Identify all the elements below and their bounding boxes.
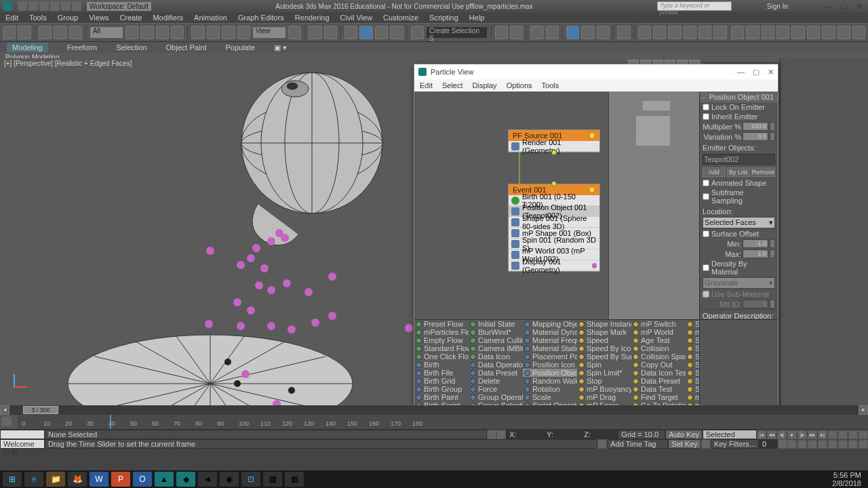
ribbon-tab-object-paint[interactable]: Object Paint (166, 43, 207, 52)
menu-views[interactable]: Views (89, 14, 108, 22)
menu-modifiers[interactable]: Modifiers (153, 14, 183, 22)
variation-spinner[interactable]: 0.0 (743, 132, 768, 141)
ref-coord[interactable]: View (252, 26, 286, 39)
time-slider-right[interactable]: ▸ (859, 405, 868, 415)
depot-item[interactable]: Birth Grid (414, 377, 469, 385)
render-prod-button[interactable] (684, 26, 696, 39)
next-frame-button[interactable]: ▸▸ (808, 430, 817, 439)
time-slider-left[interactable]: ◂ (0, 405, 9, 415)
density-checkbox[interactable] (703, 264, 709, 271)
depot-item[interactable]: BlurWind* (469, 328, 523, 336)
remove-button[interactable]: Remove (751, 167, 776, 177)
cmd-panel-util-button[interactable] (807, 26, 820, 39)
pv-menu-options[interactable]: Options (507, 81, 532, 89)
key-icon[interactable] (496, 430, 506, 439)
start-button[interactable]: ⊞ (3, 472, 22, 487)
bind-button[interactable] (69, 26, 82, 39)
prev-frame-button[interactable]: ◂◂ (767, 430, 776, 439)
undo-button[interactable] (3, 26, 16, 39)
cmd-panel-9-button[interactable] (852, 26, 865, 39)
inherit-emitter-checkbox[interactable] (703, 113, 709, 120)
depot-item[interactable]: Spin Limit* (577, 369, 631, 377)
depot-item[interactable]: Copy Out (631, 361, 686, 369)
depot-item[interactable]: Scale (523, 393, 577, 401)
vnav-6[interactable] (838, 440, 848, 449)
depot-item[interactable]: Material Static (523, 344, 577, 352)
depot-item[interactable]: Birth Group (414, 385, 469, 393)
cmd-panel-8-button[interactable] (837, 26, 850, 39)
depot-item[interactable]: Speed (577, 336, 631, 344)
qat-new-icon[interactable] (18, 1, 27, 11)
depot-item[interactable]: mP World (631, 328, 686, 336)
depot-item[interactable]: Spli (686, 352, 699, 361)
depot-item[interactable]: Data Preset (631, 377, 686, 385)
exchange-icon[interactable] (797, 1, 807, 11)
depot-item[interactable]: Spli (686, 344, 699, 352)
cmd-panel-create-button[interactable] (731, 26, 744, 39)
time-slider-handle[interactable]: 3 / 300 (23, 406, 58, 414)
task-app1[interactable]: ◄ (198, 472, 217, 487)
depot-item[interactable]: Spli (686, 385, 699, 393)
depot-item[interactable]: Camera IMBlur (469, 344, 523, 352)
depot-item[interactable]: Collision Spawn (631, 352, 686, 361)
max-spinner[interactable]: 1.0 (743, 249, 768, 258)
depot-item[interactable]: mP (686, 393, 699, 401)
pivot-button[interactable] (288, 26, 301, 39)
task-app3[interactable]: ⊡ (241, 472, 260, 487)
output-port[interactable] (551, 150, 557, 155)
depot-item[interactable]: Collision (631, 344, 686, 352)
ribbon-tab-freeform[interactable]: Freeform (67, 43, 98, 52)
setkey-button[interactable]: Set Key (668, 439, 701, 449)
mirror-button[interactable] (495, 26, 508, 39)
layers1-button[interactable] (530, 26, 543, 39)
percent-snap-button[interactable] (375, 26, 388, 39)
task-app2[interactable]: ◉ (220, 472, 239, 487)
ribbon-toggle-button[interactable] (566, 26, 579, 39)
link-button[interactable] (39, 26, 52, 39)
app-icon[interactable] (3, 1, 12, 11)
key-filter-select[interactable]: Selected (703, 430, 757, 439)
bylist-button[interactable]: By List (727, 167, 750, 177)
depot-item[interactable]: One Click Flow (414, 352, 469, 361)
pv-node-source[interactable]: PF Source 001 Render 001 (Geometry) (508, 129, 600, 152)
maximize-button[interactable]: ▢ (840, 2, 847, 11)
depot-item[interactable]: Random Walk* (523, 377, 577, 385)
time-config-button[interactable] (778, 439, 787, 449)
task-3dsmax[interactable]: ▲ (155, 472, 174, 487)
coord-z[interactable]: Z: (580, 430, 618, 439)
menu-customize[interactable]: Customize (383, 14, 418, 22)
depot-item[interactable]: Data Test (631, 385, 686, 393)
command-panel[interactable] (780, 58, 868, 405)
nav-1-button[interactable] (828, 430, 837, 439)
depot-item[interactable]: Birth File (414, 369, 469, 377)
qat-undo-icon[interactable] (50, 1, 60, 11)
task-app4[interactable]: ▦ (263, 472, 282, 487)
depot-item[interactable]: Position Object (523, 369, 577, 377)
qat-save-icon[interactable] (39, 1, 49, 11)
pv-close[interactable]: ✕ (768, 68, 774, 77)
cmd-panel-motion-button[interactable] (776, 26, 789, 39)
ribbon-tab-modeling[interactable]: Modeling (7, 43, 48, 52)
key-big-icon[interactable] (701, 439, 711, 449)
vnav-5[interactable] (828, 440, 837, 449)
depot-item[interactable]: Spli (686, 361, 699, 369)
vnav-8[interactable] (859, 440, 868, 449)
time-tag-icon[interactable] (597, 439, 607, 449)
depot-item[interactable]: Mapping Object (523, 320, 577, 328)
grayscale-select[interactable]: Grayscale▾ (703, 277, 775, 289)
pv-canvas[interactable]: PF Source 001 Render 001 (Geometry) Even… (414, 92, 608, 319)
close-button[interactable]: ✕ (856, 2, 863, 11)
scale-button[interactable] (222, 26, 235, 39)
depot-item[interactable]: Data Preset (469, 369, 523, 377)
depot-item[interactable]: Birth Paint (414, 393, 469, 401)
depot-item[interactable]: mP Drag (577, 393, 631, 401)
select-name-button[interactable] (140, 26, 153, 39)
selection-filter[interactable]: All (90, 26, 123, 39)
qat-open-icon[interactable] (28, 1, 38, 11)
depot-item[interactable]: Rotation (523, 385, 577, 393)
star-icon[interactable] (748, 1, 757, 11)
input-port[interactable] (551, 181, 557, 186)
goto-start-button[interactable]: |◂ (757, 430, 766, 439)
min-spinner[interactable]: -1.0 (743, 239, 768, 248)
render-setup-button[interactable] (638, 26, 651, 39)
